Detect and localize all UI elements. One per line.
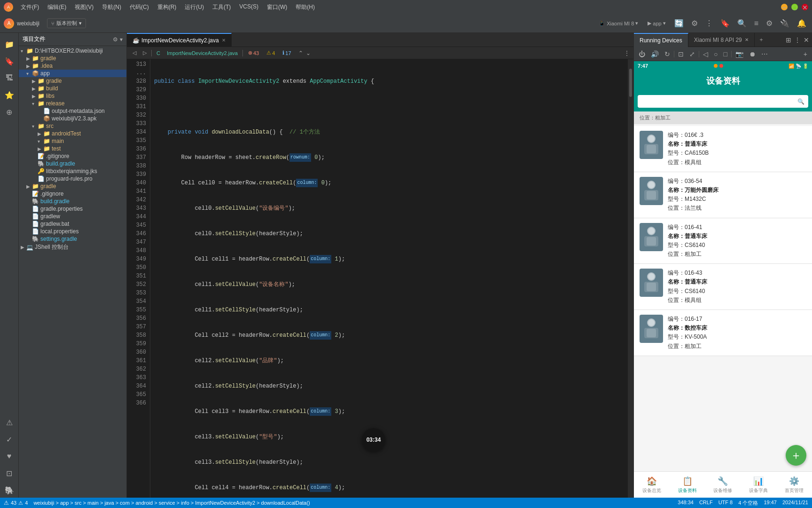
fullscreen-icon[interactable]: ⤢ xyxy=(687,49,697,59)
menu-edit[interactable]: 编辑(E) xyxy=(44,2,70,12)
rotate-icon[interactable]: ↻ xyxy=(663,49,672,59)
phone-search-input[interactable] xyxy=(638,95,808,108)
layout-icon[interactable]: ⊞ xyxy=(786,36,791,44)
todo-icon[interactable]: ✓ xyxy=(2,432,17,447)
expand-icon[interactable]: ⊡ xyxy=(676,49,686,59)
settings2-icon[interactable]: ⚙ xyxy=(764,18,774,29)
tree-item-output-metadata[interactable]: 📄 output-metadata.json xyxy=(19,107,126,115)
device-selector[interactable]: 📱 Xiaomi MI 8 ▾ xyxy=(596,19,641,27)
tree-item-app[interactable]: ▾ 📦 app xyxy=(19,70,126,77)
close-button[interactable]: ✕ xyxy=(802,4,808,10)
back-nav-icon[interactable]: ◁ xyxy=(131,49,138,56)
device-tab[interactable]: Xiaomi MI 8 API 29 ✕ xyxy=(688,33,755,47)
tree-item-build-gradle-app[interactable]: 🐘 build.gradle xyxy=(19,160,126,167)
tree-item-gradle-child[interactable]: ▶ 📁 gradle xyxy=(19,77,126,85)
settings-icon[interactable]: ⚙ xyxy=(689,18,700,29)
close-panel-icon[interactable]: ✕ xyxy=(804,36,809,44)
gear-icon[interactable]: ⚙ xyxy=(113,36,118,43)
refresh-icon[interactable]: 🔄 xyxy=(672,18,686,29)
menu-navigate[interactable]: 导航(N) xyxy=(98,2,125,12)
nav-item-overview[interactable]: 🏠 设备总览 xyxy=(634,472,670,498)
recents-button-icon[interactable]: □ xyxy=(721,49,729,59)
menu-vcs[interactable]: VCS(S) xyxy=(235,2,262,12)
favorites-icon[interactable]: ⭐ xyxy=(2,87,17,103)
tree-item-release[interactable]: ▾ 📁 release xyxy=(19,100,126,107)
editor-tab-main[interactable]: ☕ ImportNewDeviceActivity2.java ✕ xyxy=(127,33,232,47)
bookmark-icon[interactable]: 🔖 xyxy=(718,18,732,29)
more-icon[interactable]: ⋮ xyxy=(703,18,715,29)
problems-icon[interactable]: ⚠ xyxy=(4,500,9,506)
tree-item-apk[interactable]: 📦 weixiubijiV2.3.apk xyxy=(19,115,126,122)
close-device-tab-icon[interactable]: ✕ xyxy=(745,37,749,42)
scrollbar-thumb[interactable] xyxy=(629,69,632,97)
running-devices-tab[interactable]: Running Devices xyxy=(634,33,688,47)
tree-item-local-properties[interactable]: 📄 local.properties xyxy=(19,228,126,235)
tree-item-gradle-properties[interactable]: 📄 gradle.properties xyxy=(19,205,126,213)
tree-item-settings-gradle[interactable]: 🐘 settings.gradle xyxy=(19,235,126,243)
tree-item-root[interactable]: ▾ 📁 D:\HITBOXER2.0\weixiubiji xyxy=(19,47,126,55)
run-config-selector[interactable]: ▶ app ▾ xyxy=(645,19,668,27)
tree-item-jshell[interactable]: ▶ 💻 JShell 控制台 xyxy=(19,243,126,252)
structure-icon[interactable]: ≡ xyxy=(752,18,760,29)
tree-item-main[interactable]: ▾ 📁 main xyxy=(19,137,126,145)
menu-file[interactable]: 文件(F) xyxy=(17,2,43,12)
zoom-in-icon[interactable]: + xyxy=(802,49,809,59)
device-list-item[interactable]: 编号：016€ .3 名称：普通车床 型号：CA6150B 位置：模具组 xyxy=(634,126,812,172)
menu-tools[interactable]: 工具(T) xyxy=(209,2,234,12)
menu-run[interactable]: 运行(U) xyxy=(181,2,208,12)
tree-item-jks[interactable]: 🔑 litboxterqianming.jks xyxy=(19,167,126,175)
menu-window[interactable]: 窗口(W) xyxy=(263,2,291,12)
version-control-branch[interactable]: ⑂ 版本控制 ▾ xyxy=(47,18,86,28)
device-list-item[interactable]: 编号：016-17 名称：数控车床 型号：KV-500A 位置：粗加工 xyxy=(634,310,812,356)
nav-item-dictionary[interactable]: 📊 设备字典 xyxy=(741,472,776,498)
tree-item-idea[interactable]: ▶ 📁 .idea xyxy=(19,62,126,70)
more-options-icon[interactable]: ⋮ xyxy=(624,50,630,56)
tree-item-test[interactable]: ▶ 📁 test xyxy=(19,145,126,152)
tree-item-gradlew-bat[interactable]: 📄 gradlew.bat xyxy=(19,220,126,228)
more-options-icon[interactable]: ⋮ xyxy=(794,36,801,44)
structure-icon[interactable]: 🏗 xyxy=(2,71,17,86)
tree-item-build-gradle-root[interactable]: 🐘 build.gradle xyxy=(19,198,126,205)
tree-item-proguard[interactable]: 📄 proguard-rules.pro xyxy=(19,175,126,183)
device-list-item[interactable]: 编号：036-54 名称：万能外圆磨床 型号：M1432C 位置：法兰线 xyxy=(634,172,812,218)
project-view-icon[interactable]: 📁 xyxy=(2,37,17,52)
volume-icon[interactable]: 🔊 xyxy=(649,49,661,59)
screen-record-icon[interactable]: ⏺ xyxy=(747,49,757,59)
forward-nav-icon[interactable]: ▷ xyxy=(141,49,148,56)
editor-scrollbar[interactable] xyxy=(628,59,633,498)
notifications-icon[interactable]: 🔔 xyxy=(795,18,808,29)
tree-item-libs[interactable]: ▶ 📁 libs xyxy=(19,92,126,100)
nav-item-manage[interactable]: ⚙️ 首页管理 xyxy=(776,472,812,498)
tree-item-src[interactable]: ▾ 📁 src xyxy=(19,122,126,130)
add-tab-button[interactable]: ＋ xyxy=(755,36,768,44)
plugins-icon[interactable]: 🔌 xyxy=(778,18,791,29)
more-device-options-icon[interactable]: ⋯ xyxy=(759,49,770,59)
minimize-button[interactable]: ─ xyxy=(781,4,788,10)
tree-item-gitignore-root[interactable]: 📝 .gitignore xyxy=(19,190,126,198)
back-button-icon[interactable]: ◁ xyxy=(701,49,710,59)
menu-refactor[interactable]: 重构(R) xyxy=(154,2,180,12)
tree-item-gradle-root[interactable]: ▶ 📁 gradle xyxy=(19,55,126,62)
tree-item-androidtest[interactable]: ▶ 📁 androidTest xyxy=(19,130,126,137)
heart-icon[interactable]: ♥ xyxy=(2,449,17,464)
power-icon[interactable]: ⏻ xyxy=(637,49,647,59)
nav-item-repair[interactable]: 🔧 设备维修 xyxy=(705,472,741,498)
nav-item-data[interactable]: 📋 设备资料 xyxy=(670,472,705,498)
tree-item-gitignore-app[interactable]: 📝 .gitignore xyxy=(19,152,126,160)
search-everywhere-icon[interactable]: 🔍 xyxy=(735,18,749,29)
maximize-button[interactable]: □ xyxy=(791,4,798,10)
bookmarks-icon[interactable]: 🔖 xyxy=(2,54,17,69)
tree-item-build[interactable]: ▶ 📁 build xyxy=(19,85,126,92)
code-content[interactable]: public class ImportNewDeviceActivity2 ex… xyxy=(150,59,628,498)
nav-arrows-icon[interactable]: ⌃ xyxy=(298,50,303,56)
menu-help[interactable]: 帮助(H) xyxy=(292,2,319,12)
menu-view[interactable]: 视图(V) xyxy=(71,2,97,12)
close-tab-icon[interactable]: ✕ xyxy=(222,38,226,43)
device-list-item[interactable]: 编号：016-43 名称：普通车床 型号：CS6140 位置：模具组 xyxy=(634,264,812,310)
terminal-icon[interactable]: ⊡ xyxy=(2,466,17,481)
screenshot-icon[interactable]: 📷 xyxy=(734,49,745,59)
chevron-down-icon[interactable]: ▾ xyxy=(120,36,123,43)
gradle-icon[interactable]: 🐘 xyxy=(2,483,17,498)
more-tools-icon[interactable]: ⊕ xyxy=(2,104,17,119)
tree-item-gradle-root2[interactable]: ▶ 📁 gradle xyxy=(19,183,126,190)
